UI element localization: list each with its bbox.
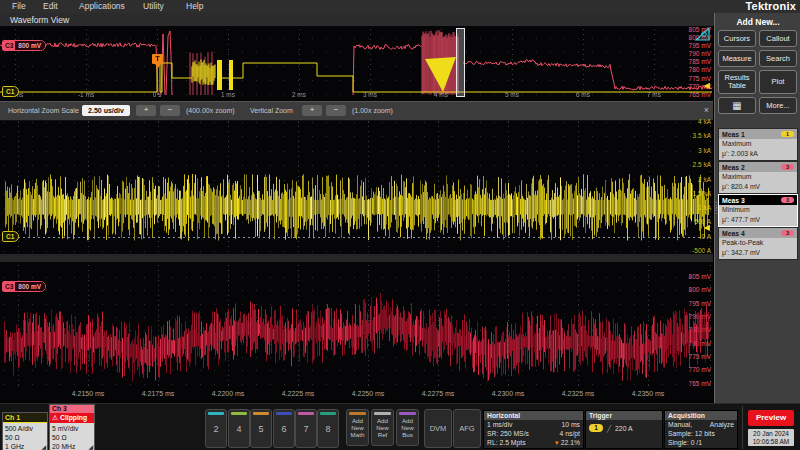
ch3-label: Ch 3	[50, 405, 94, 413]
v-zoom-factor: (1.00x zoom)	[352, 107, 393, 114]
main-x-tick: 4.2350 ms	[626, 390, 670, 397]
zoom-overview-icon[interactable]: ▦	[718, 97, 756, 114]
trigger-pos-icon: ▼	[554, 440, 560, 446]
meas-source-badge: 3	[781, 164, 794, 170]
add-new-bus-button[interactable]: AddNewBus	[396, 409, 419, 446]
channel-color-stripe	[320, 412, 336, 415]
add-new-math-button[interactable]: AddNewMath	[346, 409, 369, 446]
pan-arrows-icon: ◢	[88, 443, 93, 450]
main-x-tick: 4.2250 ms	[346, 390, 390, 397]
v-zoom-plus-button[interactable]: +	[302, 105, 322, 116]
horizontal-value: SR: 250 MS/s	[487, 429, 529, 438]
dvm-button[interactable]: DVM	[424, 409, 452, 448]
menu-item-help[interactable]: Help	[186, 1, 203, 11]
menu-item-applications[interactable]: Applications	[79, 1, 125, 11]
horizontal-value: 1 ms/div	[487, 420, 512, 429]
measurement-card-1[interactable]: Meas 11Maximumμ': 2.003 kA	[718, 128, 798, 161]
tektronix-logo: Tektronix	[746, 0, 797, 12]
overview-x-tick: 2 ms	[282, 91, 316, 98]
meas-header: Meas 43	[719, 228, 797, 238]
zoom-window-indicator[interactable]	[456, 28, 465, 97]
add-callout-button[interactable]: Callout	[759, 30, 797, 47]
add-plot-button[interactable]: Plot	[759, 70, 797, 94]
horizontal-panel[interactable]: Horizontal 1 ms/div10 msSR: 250 MS/s4 ns…	[483, 410, 584, 449]
datetime-display: 20 Jan 2024 10:06:58 AM	[748, 429, 794, 446]
time: 10:06:58 AM	[753, 438, 790, 445]
trigger-level: 220 A	[615, 424, 632, 433]
channel-6-button[interactable]: 6	[273, 409, 295, 448]
pan-arrows-icon: ◢	[41, 443, 46, 450]
trigger-panel[interactable]: Trigger 1 ╱ 220 A	[585, 410, 663, 449]
horizontal-title: Horizontal	[484, 411, 583, 420]
add-measure-button[interactable]: Measure	[718, 50, 756, 67]
measurement-card-3[interactable]: Meas 33Minimumμ': 477.7 mV	[718, 194, 798, 227]
meas-source-badge: 1	[781, 131, 794, 137]
overview-x-tick: 6 ms	[566, 91, 600, 98]
add-more--button[interactable]: More...	[759, 97, 797, 114]
h-zoom-minus-button[interactable]: −	[160, 105, 180, 116]
meas-source-badge: 3	[781, 197, 794, 203]
channel-color-stripe	[253, 412, 269, 415]
overview-x-tick: 1 ms	[211, 91, 245, 98]
menu-item-edit[interactable]: Edit	[43, 1, 58, 11]
acquisition-title: Acquisition	[665, 411, 737, 420]
horizontal-value: 10 ms	[561, 420, 580, 429]
menu-item-file[interactable]: File	[12, 1, 26, 11]
h-zoom-scale-value[interactable]: 2.50 us/div	[82, 105, 130, 116]
channel-5-button[interactable]: 5	[250, 409, 272, 448]
main-x-tick: 4.2200 ms	[206, 390, 250, 397]
meas-type: Peak-to-Peak	[722, 238, 794, 248]
main-trigger-level-arrow-icon[interactable]: ◀	[704, 224, 710, 232]
h-zoom-plus-button[interactable]: +	[136, 105, 156, 116]
main-ch1-badge[interactable]: C1	[2, 231, 19, 242]
overview-ch1-badge[interactable]: C1	[2, 86, 19, 97]
overview-graph[interactable]: 805 mV800 mV795 mV790 mV785 mV780 mV775 …	[0, 26, 713, 101]
trigger-position-flag[interactable]: T	[152, 54, 163, 64]
afg-button[interactable]: AFG	[453, 409, 481, 448]
main-x-tick: 4.2300 ms	[486, 390, 530, 397]
ch1-setting: 50 Ω	[5, 433, 45, 442]
v-zoom-label: Vertical Zoom	[250, 107, 293, 114]
channel-2-button[interactable]: 2	[205, 409, 227, 448]
overview-x-tick: -1 ms	[69, 91, 103, 98]
meas-header: Meas 33	[719, 195, 797, 205]
add-cursors-button[interactable]: Cursors	[718, 30, 756, 47]
add-search-button[interactable]: Search	[759, 50, 797, 67]
v-zoom-minus-button[interactable]: −	[326, 105, 346, 116]
channel-8-button[interactable]: 8	[317, 409, 339, 448]
acquisition-panel[interactable]: Acquisition Manual,Analyze Sample: 12 bi…	[664, 410, 738, 449]
add-new-ref-button[interactable]: AddNewRef	[371, 409, 394, 446]
measurement-card-2[interactable]: Meas 23Maximumμ': 820.4 mV	[718, 161, 798, 194]
channel-color-stripe	[298, 412, 314, 415]
add-results-table-button[interactable]: Results Table	[718, 70, 756, 94]
zoom-overview-corner-icon[interactable]	[695, 27, 711, 42]
acq-sample: Sample: 12 bits	[668, 429, 715, 438]
ch3-setting: 5 mV/div	[52, 424, 92, 433]
channel-color-stripe	[231, 412, 247, 415]
ch3-setting: 20 MHz	[52, 442, 92, 450]
tab-waveform-view[interactable]: Waveform View	[10, 15, 69, 25]
main-canvas	[0, 119, 713, 388]
waveform-area: 805 mV800 mV795 mV790 mV785 mV780 mV775 …	[0, 26, 713, 403]
channel-4-button[interactable]: 4	[228, 409, 250, 448]
overview-trigger-level-arrow-icon[interactable]: ◀	[704, 82, 710, 90]
ch3-settings-badge[interactable]: Ch 3 ⚠ Clipping 5 mV/div50 Ω20 MHz◢	[49, 404, 95, 450]
menu-item-utility[interactable]: Utility	[143, 1, 164, 11]
panel-drag-handle[interactable]: ⋮⋮	[712, 203, 720, 213]
preview-button[interactable]: Preview	[748, 410, 794, 426]
close-zoom-icon[interactable]: ×	[704, 105, 709, 115]
tab-strip: Waveform View	[0, 13, 714, 27]
meas-value: μ': 820.4 mV	[722, 182, 794, 192]
meas-header: Meas 11	[719, 129, 797, 139]
meas-source-badge: 3	[781, 230, 794, 236]
button-color-stripe	[374, 412, 391, 415]
overview-ch3-badge[interactable]: C3800 mV	[2, 40, 46, 51]
h-zoom-label: Horizontal Zoom Scale	[8, 107, 79, 114]
measurement-card-4[interactable]: Meas 43Peak-to-Peakμ': 342.7 mV	[718, 227, 798, 260]
main-ch3-badge[interactable]: C3800 mV	[2, 281, 46, 292]
ch1-settings-badge[interactable]: Ch 1 500 A/div50 Ω1 GHz◢	[2, 412, 48, 450]
zoomed-waveform-graph[interactable]: 4 kA3.5 kA3 kA2.5 kA2 kA1.5 kA1 kA500 A0…	[0, 119, 713, 403]
meas-name: Meas 4	[722, 230, 745, 237]
channel-7-button[interactable]: 7	[295, 409, 317, 448]
meas-type: Minimum	[722, 205, 794, 215]
